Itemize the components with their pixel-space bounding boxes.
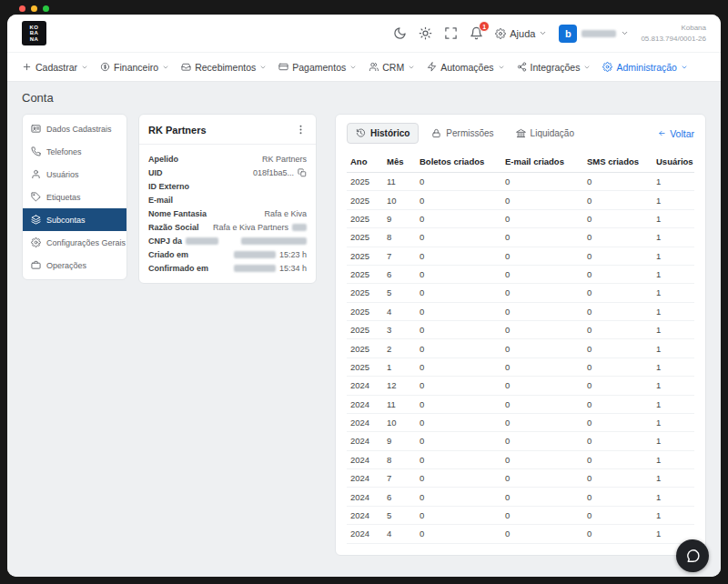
table-cell: 0 (416, 413, 501, 431)
page-title: Conta (22, 91, 706, 105)
settings-sidebar: Dados CadastraisTelefonesUsuáriosEtiquet… (22, 114, 127, 280)
table-cell: 1 (652, 302, 694, 320)
nav-item-pagamentos[interactable]: Pagamentos (278, 62, 357, 73)
bank-icon (516, 128, 526, 138)
panel-tabs: HistóricoPermissõesLiquidação (347, 123, 583, 144)
history-icon (356, 128, 366, 138)
table-row: 202480001 (347, 450, 694, 468)
table-cell: 9 (383, 209, 416, 227)
table-cell: 0 (416, 265, 501, 283)
light-mode-icon[interactable] (419, 26, 432, 40)
table-row: 2025100001 (347, 191, 694, 209)
detail-fields: ApelidoRK PartnersUID018f1ba5...ID Exter… (139, 145, 316, 283)
field-value-text: 018f1ba5... (253, 168, 294, 177)
table-header-row: AnoMêsBoletos criadosE-mail criadosSMS c… (347, 151, 694, 173)
inbox-icon (181, 62, 191, 72)
sidebar-item-label: Etiquetas (46, 193, 81, 202)
tab-permissoes[interactable]: Permissões (422, 123, 502, 144)
kebab-menu-icon[interactable] (295, 124, 307, 136)
sidebar-item-usuarios[interactable]: Usuários (23, 163, 126, 186)
table-cell: 0 (416, 339, 501, 357)
field-value-text: Rafa e Kiva Partners (213, 223, 288, 232)
tab-historico[interactable]: Histórico (347, 123, 419, 144)
table-cell: 1 (652, 284, 694, 302)
minimize-window-button[interactable] (31, 5, 37, 12)
table-row: 2025110001 (347, 173, 694, 191)
field-value: 15:34 h (234, 264, 307, 273)
dark-mode-icon[interactable] (393, 26, 407, 40)
notifications-button[interactable]: 1 (470, 26, 483, 40)
field-label-text: Confirmado em (148, 264, 208, 273)
column-header-mes: Mês (383, 151, 416, 173)
nav-item-recebimentos[interactable]: Recebimentos (181, 62, 267, 73)
table-cell: 2024 (347, 413, 383, 431)
user-icon (31, 169, 41, 179)
nav-item-cadastrar[interactable]: Cadastrar (22, 62, 88, 73)
copy-icon[interactable] (298, 168, 307, 177)
sidebar-item-configuracoes-gerais[interactable]: Configurações Gerais (23, 231, 126, 254)
table-cell: 0 (501, 191, 583, 209)
field-label: Apelido (148, 155, 178, 164)
column-header-e-mail-criados: E-mail criados (501, 151, 583, 173)
content-area: Conta Dados CadastraisTelefonesUsuáriosE… (7, 82, 721, 577)
nav-item-crm[interactable]: CRM (369, 62, 415, 73)
detail-field-e-mail: E-mail (148, 193, 307, 206)
account-menu[interactable]: b (559, 25, 629, 43)
table-cell: 2024 (347, 395, 383, 413)
table-cell: 2025 (347, 321, 383, 339)
table-cell: 0 (583, 228, 652, 247)
field-value-text: Rafa e Kiva (264, 209, 307, 218)
sidebar-item-telefones[interactable]: Telefones (23, 140, 126, 163)
table-cell: 9 (383, 432, 416, 450)
nav-item-administracao[interactable]: Administração (602, 62, 688, 73)
table-cell: 2025 (347, 357, 383, 376)
back-link[interactable]: Voltar (658, 128, 694, 139)
table-cell: 0 (501, 413, 583, 431)
lock-icon (431, 128, 441, 138)
table-cell: 1 (652, 247, 694, 265)
field-label: Nome Fantasia (148, 209, 207, 218)
sidebar-item-dados-cadastrais[interactable]: Dados Cadastrais (23, 117, 126, 140)
table-cell: 3 (383, 321, 416, 339)
sidebar-item-etiquetas[interactable]: Etiquetas (23, 186, 126, 208)
table-cell: 0 (583, 173, 652, 191)
zoom-window-button[interactable] (43, 5, 49, 12)
close-window-button[interactable] (19, 5, 25, 12)
chat-button[interactable] (676, 539, 709, 572)
nav-item-label: CRM (382, 62, 404, 73)
nav-item-automacoes[interactable]: Automações (427, 62, 504, 73)
table-cell: 0 (416, 321, 501, 339)
gear-icon (495, 28, 506, 39)
table-cell: 1 (652, 321, 694, 339)
table-cell: 8 (383, 228, 416, 247)
table-cell: 0 (501, 506, 583, 524)
table-cell: 0 (501, 469, 583, 488)
kobana-logo[interactable]: KO BA NA (22, 21, 46, 45)
table-cell: 0 (583, 339, 652, 357)
fullscreen-icon[interactable] (444, 26, 458, 40)
table-cell: 7 (383, 469, 416, 488)
table-cell: 0 (583, 357, 652, 376)
nav-item-financeiro[interactable]: Financeiro (100, 62, 169, 73)
table-cell: 0 (501, 265, 583, 283)
redacted-text (234, 265, 276, 272)
field-value: 018f1ba5... (253, 168, 307, 177)
help-menu[interactable]: Ajuda (495, 28, 547, 39)
chevron-down-icon (498, 64, 505, 71)
field-label: E-mail (148, 196, 173, 205)
org-cnpj: 05.813.794/0001-26 (641, 34, 706, 45)
sidebar-item-operacoes[interactable]: Operações (23, 254, 126, 277)
sidebar-item-subcontas[interactable]: Subcontas (23, 208, 126, 231)
table-row: 202490001 (347, 432, 694, 450)
detail-field-razao-social: Razão SocialRafa e Kiva Partners (148, 220, 307, 234)
table-cell: 10 (383, 191, 416, 209)
nav-item-integracoes[interactable]: Integrações (517, 62, 592, 73)
table-cell: 0 (416, 209, 501, 227)
table-cell: 2024 (347, 377, 383, 395)
help-label: Ajuda (510, 28, 535, 39)
redacted-text (292, 224, 307, 231)
table-row: 2024120001 (347, 377, 694, 395)
tab-liquidacao[interactable]: Liquidação (507, 123, 583, 144)
table-cell: 7 (383, 247, 416, 265)
detail-field-criado-em: Criado em15:23 h (148, 247, 307, 261)
